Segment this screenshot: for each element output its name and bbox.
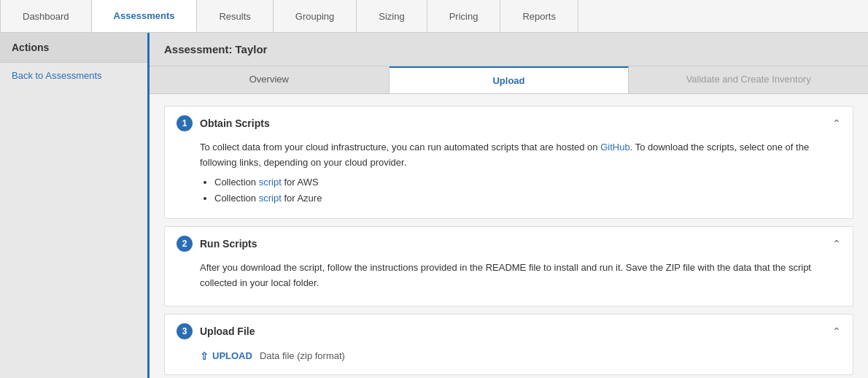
upload-hint: Data file (zip format): [260, 349, 345, 364]
steps-area: 1 Obtain Scripts ⌃ To collect data from …: [150, 94, 868, 378]
script-aws-link[interactable]: script: [259, 177, 282, 188]
github-link[interactable]: GitHub: [600, 142, 629, 153]
step2-body: After you download the script, follow th…: [165, 261, 853, 306]
tab-assessments[interactable]: Assessments: [92, 0, 198, 32]
step1-description: To collect data from your cloud infrastr…: [200, 140, 841, 171]
step1-number: 1: [177, 115, 193, 131]
step2-number: 2: [177, 236, 193, 252]
step-obtain-scripts: 1 Obtain Scripts ⌃ To collect data from …: [164, 106, 853, 219]
tab-reports[interactable]: Reports: [500, 0, 578, 32]
script-azure-link[interactable]: script: [259, 193, 282, 204]
sidebar-actions-header: Actions: [0, 33, 147, 63]
sidebar: Actions Back to Assessments: [0, 33, 150, 378]
top-nav: Dashboard Assessments Results Grouping S…: [0, 0, 868, 33]
tab-results[interactable]: Results: [197, 0, 273, 32]
step1-chevron[interactable]: ⌃: [832, 117, 841, 129]
step2-chevron[interactable]: ⌃: [832, 238, 841, 250]
upload-icon: ⇧: [200, 348, 209, 364]
step2-header: 2 Run Scripts ⌃: [165, 227, 853, 261]
step1-label: Obtain Scripts: [200, 117, 270, 129]
step2-title: 2 Run Scripts: [177, 236, 257, 252]
step1-list-azure: Collection script for Azure: [214, 191, 841, 207]
step1-header: 1 Obtain Scripts ⌃: [165, 107, 853, 140]
assessment-title: Assessment: Taylor: [150, 33, 868, 66]
step2-description: After you download the script, follow th…: [200, 261, 841, 291]
step1-list-aws: Collection script for AWS: [214, 175, 841, 190]
step1-list: Collection script for AWS Collection scr…: [214, 175, 841, 207]
tab-pricing[interactable]: Pricing: [427, 0, 501, 32]
step3-chevron[interactable]: ⌃: [832, 325, 841, 337]
step1-body: To collect data from your cloud infrastr…: [165, 140, 853, 218]
upload-label[interactable]: UPLOAD: [212, 349, 252, 364]
content-area: Assessment: Taylor Overview Upload Valid…: [150, 33, 868, 378]
step3-header: 3 Upload File ⌃: [165, 315, 853, 348]
subtab-overview[interactable]: Overview: [150, 66, 390, 93]
back-to-assessments-link[interactable]: Back to Assessments: [0, 63, 147, 88]
tab-grouping[interactable]: Grouping: [274, 0, 357, 32]
tab-sizing[interactable]: Sizing: [357, 0, 427, 32]
upload-button[interactable]: ⇧ UPLOAD: [200, 348, 252, 364]
step1-title: 1 Obtain Scripts: [177, 115, 270, 131]
main-layout: Actions Back to Assessments Assessment: …: [0, 33, 868, 378]
step-run-scripts: 2 Run Scripts ⌃ After you download the s…: [164, 226, 853, 306]
upload-btn-area: ⇧ UPLOAD Data file (zip format): [200, 348, 841, 364]
step-upload-file: 3 Upload File ⌃ ⇧ UPLOAD Data file (zip …: [164, 314, 853, 375]
sub-tabs: Overview Upload Validate and Create Inve…: [150, 66, 868, 94]
step2-label: Run Scripts: [200, 238, 257, 250]
step3-title: 3 Upload File: [177, 323, 255, 339]
step3-number: 3: [177, 323, 193, 339]
subtab-upload[interactable]: Upload: [390, 66, 629, 93]
step3-body: ⇧ UPLOAD Data file (zip format): [165, 348, 853, 374]
step3-label: Upload File: [200, 325, 255, 337]
subtab-validate: Validate and Create Inventory: [629, 66, 868, 93]
tab-dashboard[interactable]: Dashboard: [0, 0, 92, 32]
